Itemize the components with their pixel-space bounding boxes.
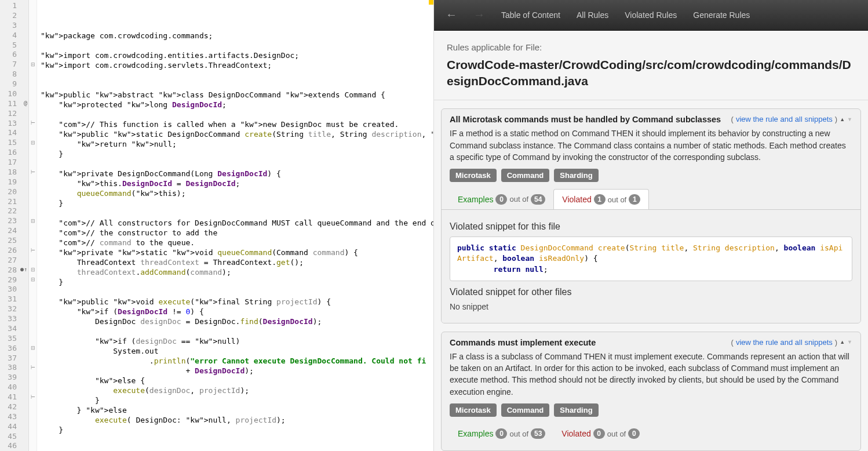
code-line[interactable]: "kw">protected "kw">long DesignDocId; (41, 100, 433, 110)
code-line[interactable]: "com">// All constructors for DesignDocC… (41, 218, 433, 228)
fold-mark[interactable]: ⊢ (29, 168, 37, 177)
fold-mark[interactable] (29, 226, 37, 236)
tag[interactable]: Sharding (554, 169, 598, 182)
code-line[interactable]: execute(designDoc, projectId); (41, 385, 433, 395)
fold-mark[interactable] (29, 40, 37, 50)
tab-examples[interactable]: Examples0out of53 (450, 424, 553, 443)
code-line[interactable]: ThreadContext threadContext = ThreadCont… (41, 257, 433, 267)
caret-down-icon[interactable]: ▼ (847, 339, 852, 345)
view-rule-link[interactable]: view the rule and all snippets (736, 115, 833, 123)
nav-all-rules[interactable]: All Rules (577, 10, 608, 20)
fold-mark[interactable] (29, 324, 37, 334)
code-line[interactable]: "kw">return "kw">null; (41, 139, 433, 149)
code-line[interactable]: "kw">private DesignDocCommand(Long Desig… (41, 169, 433, 179)
fold-mark[interactable] (29, 158, 37, 168)
code-line[interactable]: } (41, 149, 433, 159)
fold-mark[interactable] (29, 334, 37, 344)
fold-mark[interactable] (29, 441, 37, 451)
code-line[interactable]: "com">// This function is called when a … (41, 119, 433, 129)
fold-mark[interactable] (29, 70, 37, 79)
code-line[interactable]: "kw">if (DesignDocId != 0) { (41, 307, 433, 317)
code-line[interactable]: } (41, 425, 433, 435)
tag[interactable]: Command (501, 169, 550, 182)
code-line[interactable]: "kw">public "kw">void execute("kw">final… (41, 297, 433, 307)
code-line[interactable]: queueCommand("kw">this); (41, 188, 433, 198)
fold-mark[interactable] (29, 1, 37, 11)
fold-mark[interactable] (29, 11, 37, 21)
code-line[interactable]: "kw">public "kw">abstract "kw">class Des… (41, 90, 433, 100)
caret-down-icon[interactable]: ▼ (847, 117, 852, 122)
fold-mark[interactable] (29, 50, 37, 60)
fold-mark[interactable] (29, 79, 37, 89)
code-line[interactable]: "kw">public "kw">static DesignDocCommand… (41, 129, 433, 139)
code-line[interactable]: } (41, 277, 433, 287)
code-line[interactable]: execute( DesignDoc: "kw">null, projectId… (41, 415, 433, 425)
code-line[interactable]: } (41, 395, 433, 405)
code-line[interactable]: "com">// the constructor to add the (41, 228, 433, 238)
code-line[interactable]: "kw">this.DesignDocId = DesignDocId; (41, 179, 433, 188)
code-line[interactable]: .println("error Cannot execute DesignDoc… (41, 356, 433, 366)
code-line[interactable]: + DesignDocId); (41, 366, 433, 376)
fold-mark[interactable] (29, 128, 37, 138)
nav-generate-rules[interactable]: Generate Rules (693, 10, 750, 20)
code-line[interactable] (41, 110, 433, 119)
fold-mark[interactable] (29, 187, 37, 197)
code-line[interactable] (41, 70, 433, 80)
fold-mark[interactable] (29, 21, 37, 31)
fold-mark[interactable] (29, 383, 37, 392)
tag[interactable]: Sharding (554, 403, 598, 417)
fold-mark[interactable]: ⊟ (29, 343, 37, 353)
fold-mark[interactable]: ⊟ (29, 216, 37, 226)
code-line[interactable] (41, 80, 433, 90)
fold-mark[interactable] (29, 99, 37, 108)
tab-violated[interactable]: Violated1out of1 (553, 189, 649, 209)
code-line[interactable]: } "kw">else (41, 405, 433, 415)
fold-mark[interactable]: ⊢ (29, 246, 37, 256)
fold-mark[interactable]: ⊟ (29, 60, 37, 70)
code-line[interactable]: DesignDoc designDoc = DesignDoc.find(Des… (41, 317, 433, 326)
tab-examples[interactable]: Examples0out of54 (450, 189, 553, 209)
fold-mark[interactable] (29, 206, 37, 216)
code-line[interactable] (41, 287, 433, 297)
code-line[interactable]: "kw">import com.crowdcoding.entities.art… (41, 50, 433, 60)
code-line[interactable] (41, 41, 433, 50)
code-line[interactable]: "com">// command to the queue. (41, 238, 433, 248)
code-line[interactable] (41, 208, 433, 218)
tag[interactable]: Command (501, 403, 550, 417)
code-line[interactable] (41, 326, 433, 336)
fold-mark[interactable]: ⊢ (29, 392, 37, 402)
fold-mark[interactable] (29, 353, 37, 363)
fold-mark[interactable] (29, 148, 37, 158)
fold-mark[interactable] (29, 314, 37, 324)
fold-mark[interactable] (29, 431, 37, 441)
tab-violated[interactable]: Violated0out of0 (553, 424, 648, 443)
fold-mark[interactable]: ⊟ (29, 138, 37, 148)
code-line[interactable]: "kw">private "kw">static "kw">void queue… (41, 248, 433, 257)
code-line[interactable]: "kw">import com.crowdcoding.servlets.Thr… (41, 60, 433, 70)
fold-mark[interactable] (29, 256, 37, 265)
fold-mark[interactable]: ⊢ (29, 118, 37, 128)
fold-mark[interactable]: ⊢ (29, 363, 37, 373)
fold-mark[interactable] (29, 373, 37, 383)
fold-mark[interactable] (29, 177, 37, 187)
fold-mark[interactable] (29, 294, 37, 304)
code-line[interactable]: } (41, 198, 433, 208)
back-icon[interactable]: ← (446, 8, 457, 21)
code-line[interactable] (41, 435, 433, 445)
fold-mark[interactable]: ⊟ (29, 265, 37, 275)
code-line[interactable]: System.out (41, 346, 433, 356)
caret-up-icon[interactable]: ▲ (840, 117, 845, 122)
code-line[interactable]: "kw">else { (41, 376, 433, 385)
fold-mark[interactable] (29, 89, 37, 99)
tag[interactable]: Microtask (450, 169, 497, 182)
fold-mark[interactable] (29, 236, 37, 246)
fold-mark[interactable] (29, 285, 37, 294)
code-line[interactable]: "kw">package com.crowdcoding.commands; (41, 31, 433, 41)
code-line[interactable]: threadContext.addCommand(command); (41, 267, 433, 277)
caret-up-icon[interactable]: ▲ (840, 339, 845, 345)
nav-violated-rules[interactable]: Violated Rules (625, 10, 677, 20)
warning-marker[interactable] (429, 0, 433, 5)
fold-mark[interactable]: ⊟ (29, 275, 37, 285)
fold-mark[interactable] (29, 197, 37, 206)
view-rule-link[interactable]: view the rule and all snippets (736, 338, 833, 347)
